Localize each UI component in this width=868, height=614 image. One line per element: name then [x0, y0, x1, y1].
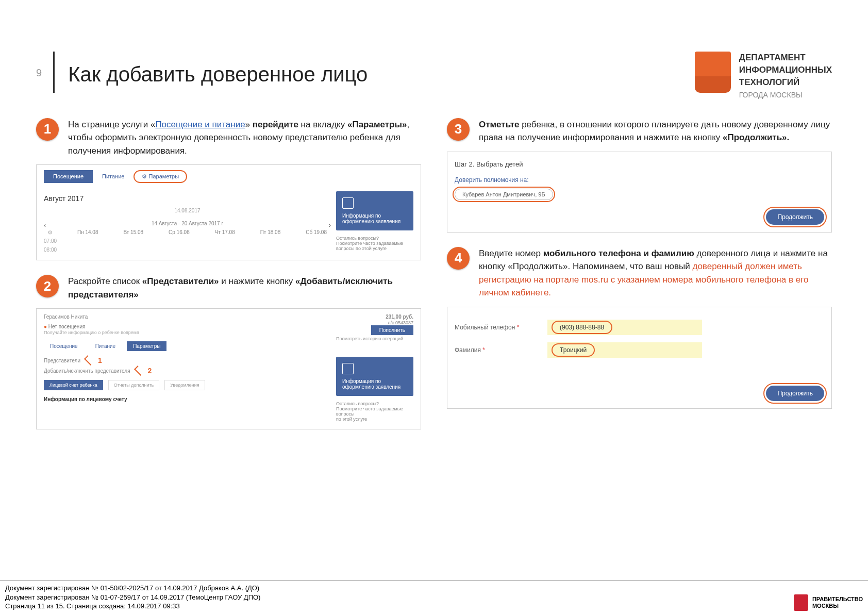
day-icon: ⊙ — [48, 229, 52, 235]
header: 9 Как добавить доверенное лицо ДЕПАРТАМЕ… — [36, 52, 832, 101]
step-2: 2 Раскройте список «Представители» и наж… — [36, 275, 421, 301]
step3-title: Шаг 2. Выбрать детей — [455, 160, 824, 168]
step-3-text: Отметьте ребенка, в отношении которого п… — [479, 118, 832, 144]
dept-city: ГОРОДА МОСКВЫ — [739, 90, 832, 101]
account-info-heading: Информация по лицевому счету — [44, 396, 331, 402]
hour-8: 08:00 — [44, 247, 331, 253]
surname-label: Фамилия — [455, 346, 481, 354]
footer-line-3: Страница 11 из 15. Страница создана: 14.… — [5, 602, 260, 611]
footer-line-2: Документ зарегистрирован № 01-07-259/17 … — [5, 593, 260, 602]
phone-label: Мобильный телефон — [455, 324, 515, 331]
tab2-nutrition[interactable]: Питание — [89, 341, 122, 351]
step-3: 3 Отметьте ребенка, в отношении которого… — [447, 118, 832, 144]
hour-7: 07:00 — [44, 238, 331, 244]
moscow-crest-icon — [794, 594, 808, 611]
opt-no-visit[interactable]: Нет посещения — [44, 324, 85, 329]
day-fri: Пт 18.08 — [260, 229, 281, 235]
required-marker: * — [482, 346, 485, 354]
pill-account[interactable]: Лицевой счет ребенка — [44, 380, 103, 390]
footer-line-1: Документ зарегистрирован № 01-50/02-2025… — [5, 584, 260, 593]
page-title: Как добавить доверенное лицо — [68, 52, 695, 86]
dept-line1: ДЕПАРТАМЕНТ — [739, 53, 806, 62]
account-number: л/с 0543087 — [388, 320, 413, 325]
step-4-badge: 4 — [447, 247, 470, 270]
sidenote: Остались вопросы? Посмотрите часто задав… — [336, 236, 413, 251]
phone-input[interactable]: (903) 888-88-88 — [547, 320, 702, 335]
day-sat: Сб 19.08 — [306, 229, 327, 235]
department-block: ДЕПАРТАМЕНТ ИНФОРМАЦИОННЫХ ТЕХНОЛОГИЙ ГО… — [695, 52, 832, 101]
sidenote-2: Остались вопросы? Посмотрите часто задав… — [336, 401, 413, 422]
tab-visits[interactable]: Посещение — [44, 170, 93, 183]
continue-button-2[interactable]: Продолжить — [766, 386, 824, 401]
next-week-icon[interactable]: › — [329, 222, 331, 229]
week-range: 14 Августа - 20 Августа 2017 г — [46, 221, 329, 226]
page-number: 9 — [36, 67, 42, 79]
step3-subtitle: Доверить полномочия на: — [455, 176, 824, 184]
topup-button[interactable]: Пополнить — [371, 325, 413, 335]
tab2-parameters[interactable]: Параметры — [127, 341, 166, 351]
arrow-2-label: 2 — [148, 367, 152, 375]
screenshot-2: Герасимов Никита Нет посещенияПолучайте … — [36, 308, 421, 429]
footer: Документ зарегистрирован № 01-50/02-2025… — [0, 580, 868, 614]
arrow-left-icon — [134, 366, 144, 376]
dept-line2: ИНФОРМАЦИОННЫХ — [739, 65, 832, 75]
step-4: 4 Введите номер мобильного телефона и фа… — [447, 247, 832, 300]
required-marker: * — [517, 324, 520, 331]
date-selected: 14.08.2017 — [44, 208, 331, 213]
screenshot-1: Посещение Питание ⚙ Параметры Август 201… — [36, 164, 421, 260]
tab2-visits[interactable]: Посещение — [44, 341, 84, 351]
month-label: Август 2017 — [44, 194, 331, 203]
day-mon: Пн 14.08 — [77, 229, 98, 235]
history-link[interactable]: Посмотреть историю операций — [336, 336, 413, 341]
arrow-1-label: 1 — [98, 356, 102, 364]
visit-nutrition-link[interactable]: Посещение и питание — [155, 120, 245, 129]
day-tue: Вт 15.08 — [123, 229, 143, 235]
arrow-left-icon — [84, 356, 94, 366]
step-1: 1 На странице услуги «Посещение и питани… — [36, 118, 421, 158]
step-4-text: Введите номер мобильного телефона и фами… — [479, 247, 832, 300]
step-1-text: На странице услуги «Посещение и питание»… — [68, 118, 421, 158]
dept-line3: ТЕХНОЛОГИЙ — [739, 77, 799, 87]
day-wed: Ср 16.08 — [169, 229, 190, 235]
surname-input[interactable]: Троицкий — [547, 342, 702, 358]
document-icon — [342, 197, 354, 209]
pill-notifications[interactable]: Уведомления — [164, 380, 205, 390]
document-icon — [342, 363, 354, 374]
info-card[interactable]: Информация по оформлению заявления — [336, 191, 413, 230]
child-chip[interactable]: Кубарев Антон Дмитриевич, 9Б — [455, 189, 553, 200]
department-logo-icon — [695, 52, 731, 93]
tab-parameters[interactable]: ⚙ Параметры — [133, 170, 187, 183]
info-card-2[interactable]: Информация по оформлению заявления — [336, 357, 413, 396]
balance-amount: 231,00 руб. — [386, 314, 413, 320]
title-rule — [53, 52, 55, 93]
tab-nutrition[interactable]: Питание — [93, 170, 133, 183]
add-representative-link[interactable]: Добавить/исключить представителя — [44, 368, 130, 374]
pill-reports[interactable]: Отчеты дополнить — [108, 380, 160, 390]
gov-line-1: ПРАВИТЕЛЬСТВО — [812, 596, 863, 603]
step-1-badge: 1 — [36, 118, 59, 141]
continue-button[interactable]: Продолжить — [766, 209, 824, 225]
screenshot-4: Мобильный телефон * (903) 888-88-88 Фами… — [447, 307, 832, 409]
gov-line-2: МОСКВЫ — [812, 603, 863, 609]
representatives-link[interactable]: Представители — [44, 358, 80, 363]
student-name: Герасимов Никита — [44, 314, 88, 320]
step-3-badge: 3 — [447, 118, 470, 141]
step-2-text: Раскройте список «Представители» и нажми… — [68, 275, 421, 301]
day-thu: Чт 17.08 — [215, 229, 235, 235]
step-2-badge: 2 — [36, 275, 59, 297]
screenshot-3: Шаг 2. Выбрать детей Доверить полномочия… — [447, 152, 832, 233]
